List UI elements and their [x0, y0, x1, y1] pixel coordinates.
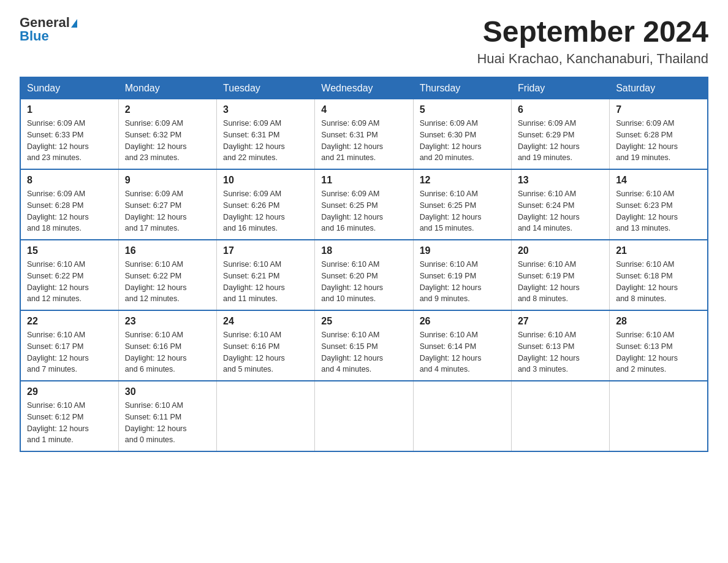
- day-info: Sunrise: 6:10 AM Sunset: 6:15 PM Dayligh…: [321, 329, 406, 375]
- day-number: 2: [125, 104, 210, 115]
- calendar-cell: 26 Sunrise: 6:10 AM Sunset: 6:14 PM Dayl…: [413, 310, 511, 381]
- calendar-cell: 12 Sunrise: 6:10 AM Sunset: 6:25 PM Dayl…: [413, 169, 511, 240]
- day-info: Sunrise: 6:10 AM Sunset: 6:19 PM Dayligh…: [420, 259, 505, 305]
- day-info: Sunrise: 6:09 AM Sunset: 6:28 PM Dayligh…: [27, 188, 112, 234]
- day-number: 13: [518, 175, 603, 186]
- calendar-cell: 23 Sunrise: 6:10 AM Sunset: 6:16 PM Dayl…: [118, 310, 216, 381]
- day-info: Sunrise: 6:09 AM Sunset: 6:33 PM Dayligh…: [27, 118, 112, 164]
- day-info: Sunrise: 6:09 AM Sunset: 6:28 PM Dayligh…: [616, 118, 701, 164]
- weekday-header-saturday: Saturday: [610, 77, 708, 99]
- calendar-week-row: 22 Sunrise: 6:10 AM Sunset: 6:17 PM Dayl…: [20, 310, 708, 381]
- calendar-cell: 15 Sunrise: 6:10 AM Sunset: 6:22 PM Dayl…: [20, 240, 118, 310]
- day-number: 27: [518, 316, 603, 327]
- day-number: 10: [223, 175, 308, 186]
- day-info: Sunrise: 6:09 AM Sunset: 6:31 PM Dayligh…: [321, 118, 406, 164]
- weekday-header-wednesday: Wednesday: [315, 77, 413, 99]
- day-info: Sunrise: 6:10 AM Sunset: 6:20 PM Dayligh…: [321, 259, 406, 305]
- day-number: 7: [616, 104, 701, 115]
- day-number: 22: [27, 316, 112, 327]
- calendar-cell: 11 Sunrise: 6:09 AM Sunset: 6:25 PM Dayl…: [315, 169, 413, 240]
- calendar-cell: 19 Sunrise: 6:10 AM Sunset: 6:19 PM Dayl…: [413, 240, 511, 310]
- day-number: 26: [420, 316, 505, 327]
- calendar-cell: [315, 381, 413, 451]
- day-number: 29: [27, 386, 112, 397]
- weekday-header-sunday: Sunday: [20, 77, 118, 99]
- weekday-header-monday: Monday: [118, 77, 216, 99]
- day-number: 8: [27, 175, 112, 186]
- day-number: 15: [27, 245, 112, 256]
- day-number: 5: [420, 104, 505, 115]
- day-info: Sunrise: 6:10 AM Sunset: 6:23 PM Dayligh…: [616, 188, 701, 234]
- day-info: Sunrise: 6:09 AM Sunset: 6:29 PM Dayligh…: [518, 118, 603, 164]
- calendar-cell: 28 Sunrise: 6:10 AM Sunset: 6:13 PM Dayl…: [610, 310, 708, 381]
- calendar-cell: 13 Sunrise: 6:10 AM Sunset: 6:24 PM Dayl…: [511, 169, 609, 240]
- calendar-cell: 14 Sunrise: 6:10 AM Sunset: 6:23 PM Dayl…: [610, 169, 708, 240]
- day-info: Sunrise: 6:10 AM Sunset: 6:22 PM Dayligh…: [27, 259, 112, 305]
- calendar-cell: 8 Sunrise: 6:09 AM Sunset: 6:28 PM Dayli…: [20, 169, 118, 240]
- calendar-cell: 25 Sunrise: 6:10 AM Sunset: 6:15 PM Dayl…: [315, 310, 413, 381]
- day-number: 6: [518, 104, 603, 115]
- calendar-cell: 1 Sunrise: 6:09 AM Sunset: 6:33 PM Dayli…: [20, 99, 118, 170]
- calendar-cell: 5 Sunrise: 6:09 AM Sunset: 6:30 PM Dayli…: [413, 99, 511, 170]
- day-info: Sunrise: 6:10 AM Sunset: 6:25 PM Dayligh…: [420, 188, 505, 234]
- calendar-week-row: 1 Sunrise: 6:09 AM Sunset: 6:33 PM Dayli…: [20, 99, 708, 170]
- calendar-cell: 27 Sunrise: 6:10 AM Sunset: 6:13 PM Dayl…: [511, 310, 609, 381]
- calendar-title: September 2024: [477, 15, 708, 48]
- calendar-cell: 7 Sunrise: 6:09 AM Sunset: 6:28 PM Dayli…: [610, 99, 708, 170]
- day-number: 19: [420, 245, 505, 256]
- day-number: 30: [125, 386, 210, 397]
- calendar-week-row: 8 Sunrise: 6:09 AM Sunset: 6:28 PM Dayli…: [20, 169, 708, 240]
- day-info: Sunrise: 6:10 AM Sunset: 6:14 PM Dayligh…: [420, 329, 505, 375]
- day-info: Sunrise: 6:10 AM Sunset: 6:16 PM Dayligh…: [223, 329, 308, 375]
- day-info: Sunrise: 6:09 AM Sunset: 6:25 PM Dayligh…: [321, 188, 406, 234]
- day-info: Sunrise: 6:09 AM Sunset: 6:31 PM Dayligh…: [223, 118, 308, 164]
- page-header: General Blue September 2024 Huai Krachao…: [20, 15, 708, 67]
- day-info: Sunrise: 6:09 AM Sunset: 6:27 PM Dayligh…: [125, 188, 210, 234]
- day-info: Sunrise: 6:09 AM Sunset: 6:30 PM Dayligh…: [420, 118, 505, 164]
- logo: General Blue: [20, 15, 77, 44]
- day-info: Sunrise: 6:10 AM Sunset: 6:22 PM Dayligh…: [125, 259, 210, 305]
- day-number: 16: [125, 245, 210, 256]
- day-info: Sunrise: 6:10 AM Sunset: 6:11 PM Dayligh…: [125, 400, 210, 446]
- day-number: 18: [321, 245, 406, 256]
- calendar-header-row: SundayMondayTuesdayWednesdayThursdayFrid…: [20, 77, 708, 99]
- calendar-cell: 9 Sunrise: 6:09 AM Sunset: 6:27 PM Dayli…: [118, 169, 216, 240]
- day-number: 20: [518, 245, 603, 256]
- calendar-cell: 18 Sunrise: 6:10 AM Sunset: 6:20 PM Dayl…: [315, 240, 413, 310]
- day-info: Sunrise: 6:09 AM Sunset: 6:32 PM Dayligh…: [125, 118, 210, 164]
- day-number: 21: [616, 245, 701, 256]
- day-number: 12: [420, 175, 505, 186]
- calendar-cell: 30 Sunrise: 6:10 AM Sunset: 6:11 PM Dayl…: [118, 381, 216, 451]
- calendar-cell: 10 Sunrise: 6:09 AM Sunset: 6:26 PM Dayl…: [217, 169, 315, 240]
- calendar-week-row: 29 Sunrise: 6:10 AM Sunset: 6:12 PM Dayl…: [20, 381, 708, 451]
- day-number: 25: [321, 316, 406, 327]
- day-info: Sunrise: 6:10 AM Sunset: 6:17 PM Dayligh…: [27, 329, 112, 375]
- calendar-cell: [511, 381, 609, 451]
- calendar-cell: 16 Sunrise: 6:10 AM Sunset: 6:22 PM Dayl…: [118, 240, 216, 310]
- day-number: 4: [321, 104, 406, 115]
- calendar-cell: 29 Sunrise: 6:10 AM Sunset: 6:12 PM Dayl…: [20, 381, 118, 451]
- calendar-cell: 3 Sunrise: 6:09 AM Sunset: 6:31 PM Dayli…: [217, 99, 315, 170]
- calendar-cell: 21 Sunrise: 6:10 AM Sunset: 6:18 PM Dayl…: [610, 240, 708, 310]
- day-number: 9: [125, 175, 210, 186]
- calendar-subtitle: Huai Krachao, Kanchanaburi, Thailand: [477, 51, 708, 67]
- calendar-cell: [217, 381, 315, 451]
- day-info: Sunrise: 6:10 AM Sunset: 6:24 PM Dayligh…: [518, 188, 603, 234]
- weekday-header-thursday: Thursday: [413, 77, 511, 99]
- calendar-cell: 17 Sunrise: 6:10 AM Sunset: 6:21 PM Dayl…: [217, 240, 315, 310]
- day-number: 24: [223, 316, 308, 327]
- day-number: 3: [223, 104, 308, 115]
- weekday-header-tuesday: Tuesday: [217, 77, 315, 99]
- day-info: Sunrise: 6:10 AM Sunset: 6:21 PM Dayligh…: [223, 259, 308, 305]
- day-info: Sunrise: 6:10 AM Sunset: 6:16 PM Dayligh…: [125, 329, 210, 375]
- day-number: 14: [616, 175, 701, 186]
- logo-text-blue: Blue: [20, 28, 49, 44]
- day-number: 17: [223, 245, 308, 256]
- day-info: Sunrise: 6:09 AM Sunset: 6:26 PM Dayligh…: [223, 188, 308, 234]
- day-info: Sunrise: 6:10 AM Sunset: 6:19 PM Dayligh…: [518, 259, 603, 305]
- calendar-cell: 20 Sunrise: 6:10 AM Sunset: 6:19 PM Dayl…: [511, 240, 609, 310]
- day-number: 28: [616, 316, 701, 327]
- day-number: 23: [125, 316, 210, 327]
- calendar-cell: 4 Sunrise: 6:09 AM Sunset: 6:31 PM Dayli…: [315, 99, 413, 170]
- calendar-cell: 24 Sunrise: 6:10 AM Sunset: 6:16 PM Dayl…: [217, 310, 315, 381]
